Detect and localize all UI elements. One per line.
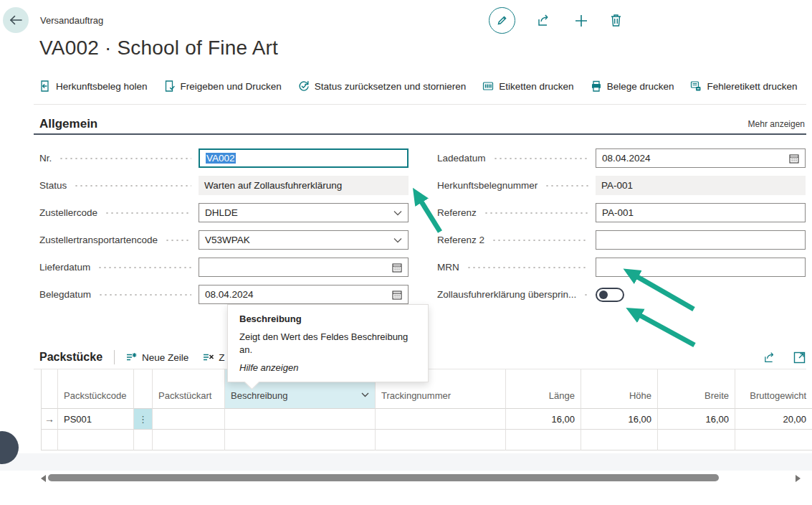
new-line-icon xyxy=(126,352,138,362)
breadcrumb: Versandauftrag xyxy=(40,15,103,26)
cell-kebab[interactable] xyxy=(134,430,153,450)
action-freigeben-und-drucken[interactable]: Freigeben und Drucken xyxy=(164,80,282,92)
field-referenz2: Referenz 2 xyxy=(437,230,806,250)
field-zollausfuhrerklaerung-ueberspringen: Zollausfuhrerklärung übersprin... xyxy=(437,285,806,304)
reset-status-icon xyxy=(298,80,310,92)
column-header-indicator xyxy=(42,369,58,409)
section-title: Allgemein xyxy=(39,117,97,131)
row-indicator-arrow: → xyxy=(42,409,58,430)
neue-zeile-button[interactable]: Neue Zeile xyxy=(126,352,188,363)
action-etiketten-drucken[interactable]: Etiketten drucken xyxy=(482,80,573,92)
cell-breite[interactable]: 16,00 xyxy=(658,409,735,430)
field-zustellercode: Zustellercode DHLDE xyxy=(39,203,409,222)
page-title: VA002 · School of Fine Art xyxy=(39,37,278,60)
versandauftrag-page: Versandauftrag VA002 · School of Fine Ar… xyxy=(0,0,812,505)
table-footer-strip xyxy=(0,453,812,471)
tooltip-body: Zeigt den Wert des Feldes Beschreibung a… xyxy=(239,331,416,356)
back-arrow-icon xyxy=(9,15,22,25)
cell-beschreibung[interactable] xyxy=(225,409,376,430)
open-in-new-window-icon[interactable] xyxy=(793,351,806,364)
belegdatum-input[interactable]: 08.04.2024 xyxy=(199,285,409,304)
cell-hoehe[interactable]: 16,00 xyxy=(581,409,658,430)
cell-trackingnummer[interactable] xyxy=(376,409,506,430)
calendar-icon[interactable] xyxy=(392,263,402,273)
calendar-icon[interactable] xyxy=(789,154,799,164)
field-zustellertransportartencode: Zustellertransportartencode V53WPAK xyxy=(39,230,409,250)
column-header-hoehe[interactable]: Höhe xyxy=(581,369,658,409)
cell-bruttogewicht[interactable] xyxy=(735,430,812,450)
hilfe-anzeigen-link[interactable]: Hilfe anzeigen xyxy=(239,362,298,373)
cell-breite[interactable] xyxy=(658,430,735,450)
action-status-zuruecksetzen[interactable]: Status zurücksetzen und stornieren xyxy=(298,80,467,92)
chevron-down-icon[interactable] xyxy=(393,237,402,243)
delete-line-icon xyxy=(203,352,214,362)
back-button[interactable] xyxy=(3,7,29,33)
action-fehleretikett-drucken[interactable]: Fehleretikett drucken xyxy=(690,80,797,92)
top-action-icons xyxy=(489,7,622,34)
field-referenz: Referenz PA-001 xyxy=(437,203,806,222)
column-header-packstueckcode[interactable]: Packstückcode xyxy=(58,369,134,409)
field-belegdatum: Belegdatum 08.04.2024 xyxy=(39,285,409,304)
row-kebab-menu-icon[interactable]: ⋮ xyxy=(134,409,153,430)
action-herkunftsbeleg-holen[interactable]: Herkunftsbeleg holen xyxy=(39,80,148,92)
cell-packstueckart[interactable] xyxy=(153,409,225,430)
zustellercode-select[interactable]: DHLDE xyxy=(199,203,409,222)
cell-packstueckcode[interactable] xyxy=(58,430,134,450)
cell-laenge[interactable]: 16,00 xyxy=(506,409,581,430)
share-icon[interactable] xyxy=(537,14,553,27)
mehr-anzeigen-link[interactable]: Mehr anzeigen xyxy=(748,119,805,129)
chevron-down-icon[interactable] xyxy=(361,389,369,400)
status-field: Warten auf Zollausfuhrerklärung xyxy=(199,176,409,195)
horizontal-scrollbar xyxy=(41,473,806,483)
beschreibung-tooltip: Beschreibung Zeigt den Wert des Feldes B… xyxy=(227,304,429,382)
referenz2-input[interactable] xyxy=(596,230,806,250)
referenz-input[interactable]: PA-001 xyxy=(596,203,806,222)
zustellertransportartencode-select[interactable]: V53WPAK xyxy=(199,230,409,250)
cell-packstueckart[interactable] xyxy=(153,430,225,450)
arrow-to-toggle xyxy=(638,314,694,345)
column-header-packstueckart[interactable]: Packstückart xyxy=(153,369,225,409)
lieferdatum-input[interactable] xyxy=(199,258,409,277)
field-herkunftsbelegnummer: Herkunftsbelegnummer PA-001 xyxy=(437,176,806,195)
cell-trackingnummer[interactable] xyxy=(376,430,506,450)
action-bar: Herkunftsbeleg holen Freigeben und Druck… xyxy=(39,80,806,92)
cell-bruttogewicht[interactable]: 20,00 xyxy=(735,409,812,430)
actionbar-divider xyxy=(34,104,806,105)
document-import-icon xyxy=(39,80,51,92)
zollausfuhrerklaerung-toggle[interactable] xyxy=(596,288,624,302)
column-header-breite[interactable]: Breite xyxy=(658,369,735,409)
column-header-bruttogewicht[interactable]: Bruttogewicht xyxy=(735,369,812,409)
cell-packstueckcode[interactable]: PS001 xyxy=(58,409,134,430)
chevron-down-icon[interactable] xyxy=(393,210,402,216)
edit-pencil-icon[interactable] xyxy=(489,7,515,34)
fields-left-column: Nr. VA002 Status Warten auf Zollausfuhre… xyxy=(39,148,409,312)
error-label-printer-icon xyxy=(690,80,702,92)
printer-icon xyxy=(591,80,602,92)
section-allgemein-header: Allgemein Mehr anzeigen xyxy=(34,115,806,135)
add-icon[interactable] xyxy=(574,14,588,28)
scroll-left-arrow-icon[interactable] xyxy=(41,475,46,482)
share-icon[interactable] xyxy=(763,351,778,364)
tooltip-title: Beschreibung xyxy=(239,313,416,324)
ladedatum-input[interactable]: 08.04.2024 xyxy=(596,148,806,168)
row-indicator-arrow xyxy=(42,430,58,450)
action-belege-drucken[interactable]: Belege drucken xyxy=(591,80,674,92)
field-status: Status Warten auf Zollausfuhrerklärung xyxy=(39,176,409,195)
delete-icon[interactable] xyxy=(610,14,622,27)
calendar-icon[interactable] xyxy=(392,290,402,300)
vertical-separator xyxy=(114,350,115,364)
top-bar: Versandauftrag xyxy=(3,7,103,33)
nr-input[interactable]: VA002 xyxy=(199,148,409,168)
field-ladedatum: Ladedatum 08.04.2024 xyxy=(437,148,806,168)
zeile-loeschen-button[interactable]: Z xyxy=(203,352,224,363)
barcode-icon xyxy=(482,80,494,92)
cell-beschreibung[interactable] xyxy=(225,430,376,450)
scrollbar-thumb[interactable] xyxy=(48,474,719,481)
cell-laenge[interactable] xyxy=(506,430,581,450)
mrn-input[interactable] xyxy=(596,258,806,277)
scroll-right-arrow-icon[interactable] xyxy=(796,475,801,482)
field-mrn: MRN xyxy=(437,258,806,277)
column-header-kebab xyxy=(134,369,153,409)
column-header-laenge[interactable]: Länge xyxy=(506,369,581,409)
cell-hoehe[interactable] xyxy=(581,430,658,450)
